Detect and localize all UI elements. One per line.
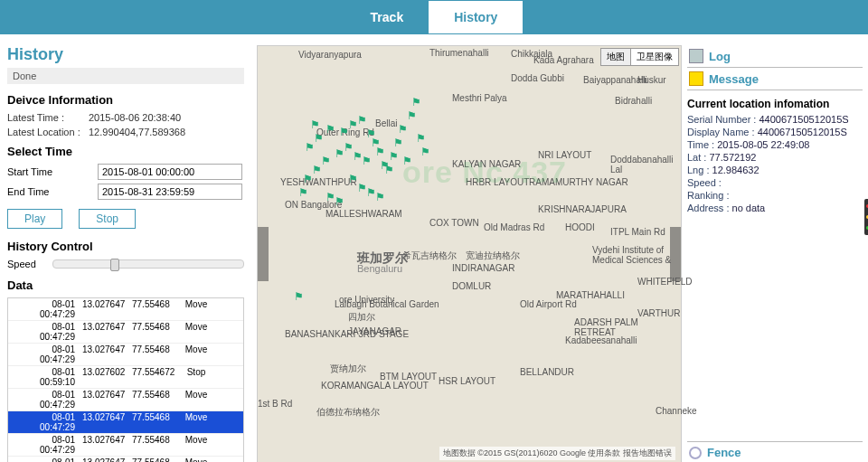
table-row[interactable]: 08-01 00:47:2913.02764777.55468Move <box>8 434 243 457</box>
table-row[interactable]: 08-01 00:47:2913.02764777.55468Move <box>8 321 243 344</box>
fence-tab[interactable]: Fence <box>687 441 863 462</box>
city-label-en: Bengaluru <box>357 263 402 274</box>
map-place-label: 1st B Rd <box>258 399 292 409</box>
table-cell: 08-01 00:47:29 <box>8 434 79 456</box>
map-marker-icon[interactable]: ⚑ <box>298 186 308 199</box>
svg-point-4 <box>389 399 434 417</box>
map-place-label: ADARSH PALM RETREAT <box>574 317 681 337</box>
map-place-label: Thirumenahalli <box>429 48 489 58</box>
table-row[interactable]: 08-01 00:47:2913.02764777.55468Move <box>8 457 243 462</box>
map-place-label: Bellai <box>375 118 397 128</box>
serial-row: Serial Number : 440067150512015S <box>687 114 863 125</box>
map-marker-icon[interactable]: ⚑ <box>389 150 399 163</box>
tab-track[interactable]: Track <box>345 1 429 33</box>
map-place-label: WHITEFIELD <box>637 277 693 287</box>
table-row[interactable]: 08-01 00:47:2913.02764777.55468Move <box>8 389 243 411</box>
right-panel: Log Message Current location infomation … <box>687 45 868 462</box>
message-icon <box>689 71 703 86</box>
map-place-label: Old Madras Rd <box>484 222 544 232</box>
map-type-sat[interactable]: 卫星图像 <box>631 49 678 65</box>
map-place-label: BELLANDUR <box>520 367 574 377</box>
table-row[interactable]: 08-01 00:47:2913.02764777.55468Move <box>8 411 243 434</box>
end-time-label: End Time <box>7 186 98 197</box>
status-bar: Done <box>7 68 244 84</box>
history-control-title: History Control <box>7 240 244 253</box>
start-time-input[interactable] <box>98 164 242 180</box>
table-cell: 08-01 00:59:10 <box>8 366 79 388</box>
page-title: History <box>7 45 244 64</box>
map-place-label: ITPL Main Rd <box>610 227 665 237</box>
latest-time-value: 2015-08-06 20:38:40 <box>89 112 181 123</box>
table-cell: Move <box>178 389 214 410</box>
table-cell: Move <box>178 411 214 433</box>
table-cell: Stop <box>178 366 214 388</box>
table-cell: 13.027647 <box>79 434 128 456</box>
map-marker-icon[interactable]: ⚑ <box>314 132 324 145</box>
stop-button[interactable]: Stop <box>79 209 136 229</box>
map-place-label: 希瓦吉纳格尔 <box>402 250 457 262</box>
table-cell: 13.027647 <box>79 321 128 343</box>
map-marker-icon[interactable]: ⚑ <box>357 114 367 127</box>
tab-history[interactable]: History <box>429 1 523 33</box>
map-marker-icon[interactable]: ⚑ <box>416 132 426 145</box>
table-cell: 77.55468 <box>128 298 178 320</box>
table-cell: 77.55468 <box>128 321 178 343</box>
table-cell: 08-01 00:47:29 <box>8 411 79 433</box>
map-marker-icon[interactable]: ⚑ <box>310 118 320 131</box>
map-place-label: Mesthri Palya <box>452 93 507 103</box>
map-marker-icon[interactable]: ⚑ <box>353 150 363 163</box>
map-collapse-left[interactable] <box>258 227 269 281</box>
time-row: Time : 2015-08-05 22:49:08 <box>687 139 863 150</box>
table-cell: 77.554672 <box>128 366 178 388</box>
map-marker-icon[interactable]: ⚑ <box>294 290 304 303</box>
map-place-label: Vidyaranyapura <box>298 50 362 60</box>
map-type-controls: 地图 卫星图像 <box>600 48 679 66</box>
map-marker-icon[interactable]: ⚑ <box>312 164 322 176</box>
map-marker-icon[interactable]: ⚑ <box>326 123 335 136</box>
map-collapse-right[interactable] <box>670 227 681 281</box>
svg-text:🛡: 🛡 <box>448 63 459 76</box>
end-time-row: End Time <box>7 184 244 200</box>
map-marker-icon[interactable]: ⚑ <box>411 96 421 108</box>
svg-text:🛡: 🛡 <box>660 344 671 356</box>
speed-slider-row: Speed <box>7 259 244 269</box>
map-marker-icon[interactable]: ⚑ <box>375 191 385 203</box>
latest-location-label: Latest Location : <box>7 127 89 137</box>
table-row[interactable]: 08-01 00:47:2913.02764777.55468Move <box>8 344 243 366</box>
slider-thumb[interactable] <box>110 259 119 271</box>
table-cell: 77.55468 <box>128 457 178 462</box>
play-button[interactable]: Play <box>7 209 62 229</box>
map-marker-icon[interactable]: ⚑ <box>303 173 313 185</box>
map-marker-icon[interactable]: ⚑ <box>344 141 354 154</box>
table-row[interactable]: 08-01 00:59:1013.02760277.554672Stop <box>8 366 243 389</box>
log-tab[interactable]: Log <box>687 45 863 68</box>
map-marker-icon[interactable]: ⚑ <box>362 155 372 167</box>
map-marker-icon[interactable]: ⚑ <box>393 137 403 149</box>
map-marker-icon[interactable]: ⚑ <box>384 164 394 176</box>
map-marker-icon[interactable]: ⚑ <box>321 155 331 167</box>
latest-time-label: Latest Time : <box>7 112 89 123</box>
message-tab[interactable]: Message <box>687 68 863 90</box>
map-marker-icon[interactable]: ⚑ <box>335 147 344 160</box>
map-marker-icon[interactable]: ⚑ <box>398 123 408 136</box>
map-marker-icon[interactable]: ⚑ <box>375 146 385 158</box>
table-cell: 08-01 00:47:29 <box>8 389 79 410</box>
map-type-map[interactable]: 地图 <box>601 49 631 65</box>
table-cell: 08-01 00:47:29 <box>8 321 79 343</box>
map-place-label: HSR LAYOUT <box>439 376 495 386</box>
map-place-label: JAYANAGAR <box>348 326 401 336</box>
map-canvas[interactable]: 🛡🛡🛡🛡🛡VidyaranyapuraThirumenahalliKada Ag… <box>257 45 682 462</box>
map-place-label: MALLESHWARAM <box>326 209 402 219</box>
table-cell: 13.027647 <box>79 344 128 365</box>
speed-slider[interactable] <box>52 259 244 269</box>
table-cell: 77.55468 <box>128 344 178 365</box>
table-row[interactable]: 08-01 00:47:2913.02764777.55468Move <box>8 298 243 321</box>
table-cell: 13.027647 <box>79 411 128 433</box>
ranking-row: Ranking : <box>687 190 863 201</box>
latest-location-row: Latest Location : 12.990404,77.589368 <box>7 127 244 137</box>
map-marker-icon[interactable]: ⚑ <box>335 195 344 208</box>
map-marker-icon[interactable]: ⚑ <box>407 109 417 122</box>
start-time-row: Start Time <box>7 164 244 180</box>
device-info-title: Deivce Information <box>7 93 244 107</box>
end-time-input[interactable] <box>98 184 242 200</box>
